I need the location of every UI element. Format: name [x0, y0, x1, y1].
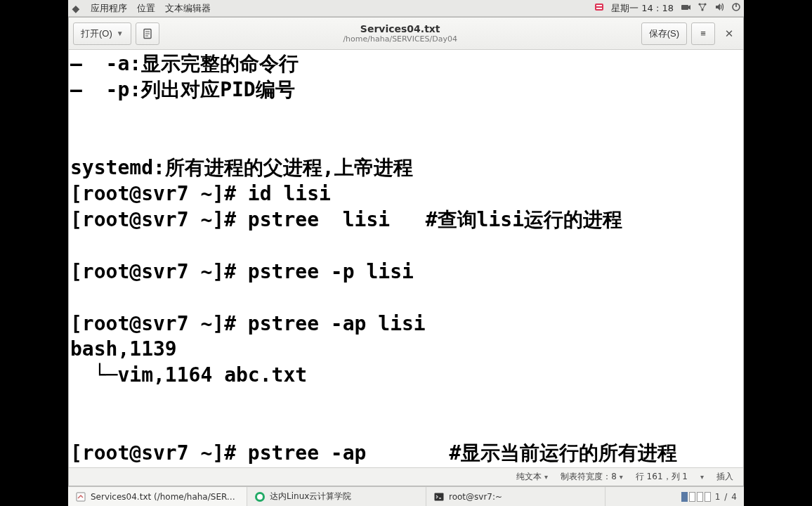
svg-rect-0 [595, 4, 603, 11]
file-path: /home/haha/SERVICES/Day04 [164, 34, 637, 44]
titlebar: 打开(O) ▼ Services04.txt /home/haha/SERVIC… [69, 18, 743, 50]
network-icon[interactable] [698, 2, 707, 14]
taskbar-item-0[interactable]: Services04.txt (/home/haha/SERVIC… [68, 487, 247, 506]
editor-window: 打开(O) ▼ Services04.txt /home/haha/SERVIC… [68, 17, 744, 486]
bottom-taskbar: Services04.txt (/home/haha/SERVIC…达内Linu… [68, 486, 744, 506]
places-menu[interactable]: 位置 [137, 2, 155, 15]
cursor-position-label: 行 161，列 1 [636, 471, 688, 483]
insert-mode-label: 插入 [716, 471, 733, 483]
svg-rect-2 [596, 8, 602, 9]
document-icon [142, 28, 153, 39]
workspace-indicator [681, 492, 711, 502]
power-icon[interactable] [731, 2, 741, 14]
svg-rect-3 [681, 5, 688, 10]
syntax-label: 纯文本 [516, 471, 542, 483]
save-button[interactable]: 保存(S) [641, 22, 687, 45]
open-button[interactable]: 打开(O) ▼ [73, 22, 131, 45]
desktop-area: ◆ 应用程序 位置 文本编辑器 星期一 14 : 18 [68, 0, 744, 506]
workspace-pager[interactable]: 1 / 4 [674, 487, 744, 506]
hamburger-icon: ≡ [700, 28, 706, 39]
close-button[interactable]: ✕ [719, 24, 739, 44]
hamburger-menu-button[interactable]: ≡ [691, 22, 715, 45]
gnome-foot-icon: ◆ [71, 4, 81, 13]
tab-width-selector[interactable]: 制表符宽度：8▾ [561, 471, 623, 483]
text-content[interactable]: — -a:显示完整的命令行 — -p:列出对应PID编号 systemd:所有进… [69, 50, 743, 467]
syntax-selector[interactable]: 纯文本▾ [516, 471, 548, 483]
text-editor-icon [75, 491, 86, 502]
applications-menu[interactable]: 应用程序 [91, 2, 127, 15]
svg-rect-13 [77, 493, 85, 501]
clock-label[interactable]: 星期一 14 : 18 [611, 2, 674, 15]
close-icon: ✕ [725, 27, 734, 40]
cursor-position-selector[interactable]: 行 161，列 1 ▾ [636, 471, 704, 483]
taskbar-item-label: root@svr7:~ [449, 492, 502, 502]
taskbar-item-label: 达内Linux云计算学院 [270, 491, 351, 502]
new-document-button[interactable] [136, 22, 159, 45]
pager-current: 1 [715, 492, 721, 502]
terminal-icon [433, 491, 445, 502]
chevron-down-icon: ▾ [544, 473, 548, 481]
chevron-down-icon: ▼ [117, 30, 124, 37]
firefox-icon [254, 491, 266, 502]
save-button-label: 保存(S) [649, 27, 679, 40]
taskbar-item-label: Services04.txt (/home/haha/SERVIC… [91, 492, 240, 502]
status-bar: 纯文本▾ 制表符宽度：8▾ 行 161，列 1 ▾ 插入 [69, 467, 743, 486]
chevron-down-icon: ▾ [620, 473, 623, 481]
chevron-down-icon: ▾ [700, 473, 704, 481]
input-method-icon[interactable] [594, 2, 604, 14]
open-button-label: 打开(O) [81, 27, 112, 40]
taskbar-item-2[interactable]: root@svr7:~ [426, 487, 605, 506]
svg-rect-1 [596, 5, 602, 6]
svg-point-15 [257, 494, 263, 500]
tab-width-label: 制表符宽度：8 [561, 471, 617, 483]
pager-total: 4 [731, 492, 737, 502]
current-app-label: 文本编辑器 [165, 2, 211, 15]
svg-rect-16 [435, 493, 444, 500]
top-panel: ◆ 应用程序 位置 文本编辑器 星期一 14 : 18 [68, 0, 744, 17]
camera-icon[interactable] [681, 2, 690, 14]
taskbar-item-1[interactable]: 达内Linux云计算学院 [247, 487, 426, 506]
mode-label: 插入 [716, 471, 733, 483]
volume-icon[interactable] [714, 2, 724, 14]
file-title: Services04.txt [164, 23, 637, 34]
